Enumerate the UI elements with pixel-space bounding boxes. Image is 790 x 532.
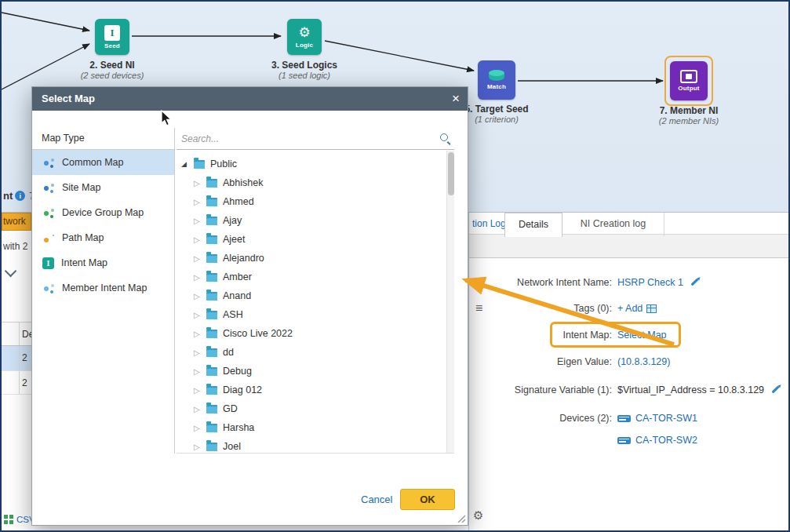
tree-item[interactable]: ▷ Diag 012 <box>177 381 454 399</box>
tag-table-icon[interactable] <box>646 304 657 313</box>
field-eigen-value: Eigen Value: (10.8.3.129) <box>469 356 670 367</box>
tree-item[interactable]: ▷ Cisco Live 2022 <box>177 324 454 343</box>
table-row-selected[interactable]: 2 <box>2 346 31 370</box>
table-row[interactable]: 2 <box>2 370 31 395</box>
execution-log-link[interactable]: tion Log <box>472 218 506 229</box>
tree-label: Amber <box>223 271 252 282</box>
seed-icon: I <box>104 25 120 41</box>
tree-item[interactable]: ▷ ASH <box>177 305 454 324</box>
caret-collapsed-icon[interactable]: ▷ <box>194 311 204 319</box>
field-devices-2: CA-TOR-SW2 <box>469 435 697 446</box>
tab-ni-creation-log[interactable]: NI Creation log <box>562 213 664 236</box>
node-caption-member-ni: 7. Member NI (2 member NIs) <box>642 105 736 126</box>
tree-item[interactable]: ▷ Alejandro <box>177 249 454 268</box>
scrollbar-thumb[interactable] <box>448 152 454 195</box>
workflow-node-output[interactable]: Output <box>670 61 708 100</box>
tree-item[interactable]: ▷ Anand <box>177 286 454 305</box>
device-icon <box>617 415 631 422</box>
workflow-node-logic[interactable]: ⚙ Logic <box>287 19 322 55</box>
caret-collapsed-icon[interactable]: ▷ <box>194 179 204 188</box>
tree-label: dd <box>223 347 234 358</box>
tree-label: Joel <box>223 441 241 452</box>
tree-item[interactable]: ▷ Ahmed <box>177 192 454 211</box>
info-icon[interactable]: i <box>15 191 25 201</box>
caret-collapsed-icon[interactable]: ▷ <box>194 292 204 301</box>
edit-icon[interactable] <box>772 385 780 393</box>
cancel-button[interactable]: Cancel <box>361 494 392 505</box>
device-group-map-icon <box>42 206 55 219</box>
caret-collapsed-icon[interactable]: ▷ <box>194 405 204 414</box>
field-network-intent-name: Network Intent Name: HSRP Check 1 <box>469 277 699 288</box>
network-intent-tab-fragment[interactable]: twork <box>2 213 31 231</box>
workflow-node-match[interactable]: Match <box>478 60 515 100</box>
node-caption-seed: 2. Seed NI (2 seed devices) <box>65 60 159 80</box>
search-icon[interactable] <box>439 132 452 145</box>
dialog-titlebar[interactable]: Select Map × <box>32 87 468 111</box>
tab-details[interactable]: Details <box>504 213 562 237</box>
tree-item[interactable]: ▷ Joel <box>177 437 454 454</box>
settings-gear-icon[interactable]: ⚙ <box>473 508 483 523</box>
tree-item[interactable]: ▷ Harsha <box>177 418 454 437</box>
tree-item[interactable]: ▷ GD <box>177 399 454 418</box>
add-tag-link[interactable]: + Add <box>617 303 643 314</box>
intent-map-annotation-highlight <box>550 322 681 348</box>
tree-label: Ajay <box>223 215 242 226</box>
folder-icon <box>206 235 217 244</box>
map-type-path-map[interactable]: Path Map <box>32 225 174 250</box>
map-type-header: Map Type <box>32 128 174 150</box>
tree-scrollbar[interactable] <box>446 151 454 454</box>
caret-collapsed-icon[interactable]: ▷ <box>194 217 204 225</box>
workflow-node-seed[interactable]: I Seed <box>95 19 129 55</box>
caret-collapsed-icon[interactable]: ▷ <box>194 424 204 432</box>
tree-item[interactable]: ▷ Ajeet <box>177 230 454 249</box>
folder-icon <box>206 217 217 225</box>
close-icon[interactable]: × <box>452 87 460 110</box>
map-type-member-intent-map[interactable]: Member Intent Map <box>32 275 174 301</box>
map-type-list: Common Map Site Map Device Group Map Pat… <box>32 150 174 301</box>
tree-item[interactable]: ▷ Debug <box>177 362 454 381</box>
node-subtitle: (2 member NIs) <box>642 116 736 126</box>
caret-collapsed-icon[interactable]: ▷ <box>194 273 204 282</box>
node-title: 2. Seed NI <box>65 60 159 71</box>
tree-item[interactable]: ▷ Ajay <box>177 211 454 230</box>
folder-icon <box>206 443 217 451</box>
node-badge: Output <box>678 85 699 92</box>
edit-icon[interactable] <box>690 278 698 286</box>
caret-collapsed-icon[interactable]: ▷ <box>194 235 204 244</box>
map-type-device-group-map[interactable]: Device Group Map <box>32 200 174 225</box>
tree-label: Ahmed <box>223 196 254 207</box>
caret-collapsed-icon[interactable]: ▷ <box>194 198 204 206</box>
search-input[interactable] <box>181 130 432 148</box>
node-subtitle: (1 seed logic) <box>257 71 351 80</box>
ok-button[interactable]: OK <box>400 489 455 510</box>
path-map-icon <box>42 231 55 244</box>
intent-map-icon: I <box>42 257 54 269</box>
caret-collapsed-icon[interactable]: ▷ <box>194 254 204 263</box>
device-link[interactable]: CA-TOR-SW1 <box>635 413 697 424</box>
resize-handle-icon[interactable] <box>456 513 465 523</box>
map-type-site-map[interactable]: Site Map <box>32 175 174 200</box>
folder-icon <box>206 198 217 206</box>
caret-expanded-icon[interactable]: ◢ <box>181 160 191 168</box>
tree-item-public[interactable]: ◢ Public <box>177 155 454 173</box>
eigen-value-link[interactable]: (10.8.3.129) <box>617 356 670 367</box>
map-type-common-map[interactable]: Common Map <box>32 150 174 175</box>
map-type-intent-map[interactable]: I Intent Map <box>32 250 174 275</box>
folder-icon <box>206 386 217 395</box>
tree-item[interactable]: ▷ dd <box>177 343 454 362</box>
table-header-row[interactable]: De <box>2 322 31 346</box>
caret-collapsed-icon[interactable]: ▷ <box>194 348 204 357</box>
caret-collapsed-icon[interactable]: ▷ <box>194 367 204 376</box>
network-intent-name-value[interactable]: HSRP Check 1 <box>617 277 683 288</box>
tree-label: Public <box>210 159 237 169</box>
cell-value: 2 <box>22 352 27 363</box>
caret-collapsed-icon[interactable]: ▷ <box>194 443 204 451</box>
tree-item[interactable]: ▷ Abhishek <box>177 173 454 192</box>
folder-icon <box>206 292 217 301</box>
tree-item[interactable]: ▷ Amber <box>177 268 454 286</box>
caret-collapsed-icon[interactable]: ▷ <box>194 386 204 395</box>
caret-collapsed-icon[interactable]: ▷ <box>194 330 204 338</box>
map-type-label: Common Map <box>62 157 124 168</box>
details-panel: tion Log Details NI Creation log ≡ Netwo… <box>468 212 790 532</box>
device-link[interactable]: CA-TOR-SW2 <box>635 435 697 446</box>
